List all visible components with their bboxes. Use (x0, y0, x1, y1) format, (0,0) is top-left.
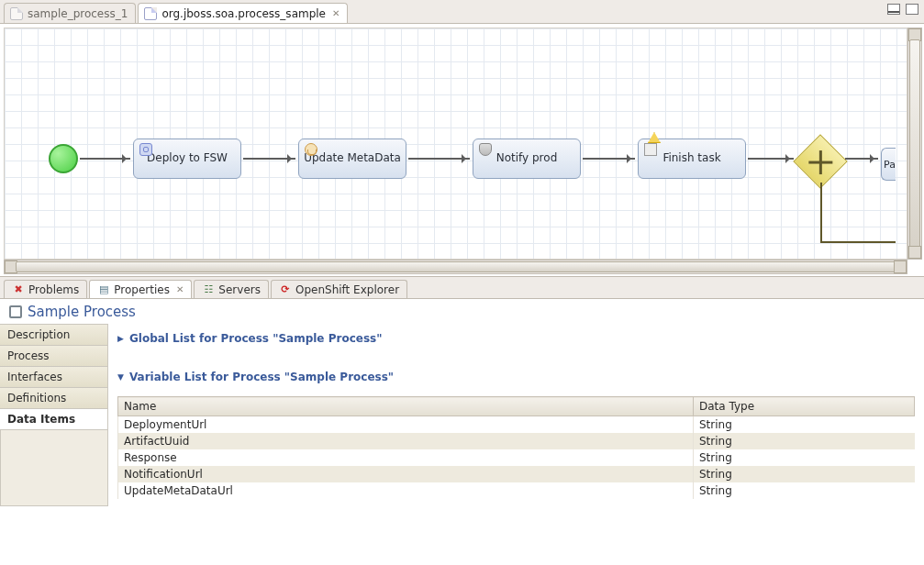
sequence-flow[interactable] (583, 158, 635, 160)
task-label: Notify prod (496, 152, 558, 165)
sequence-flow[interactable] (820, 183, 822, 243)
properties-icon: ▤ (97, 283, 110, 296)
table-row[interactable]: NotificationUrlString (118, 466, 915, 482)
sidebar-item-data-items[interactable]: Data Items (0, 408, 108, 430)
editor-tabbar: sample_process_1 org.jboss.soa.process_s… (0, 0, 924, 24)
editor-tab-label: org.jboss.soa.process_sample (161, 7, 326, 20)
sequence-flow[interactable] (80, 158, 130, 160)
user-task-icon (305, 143, 317, 156)
view-tab-servers[interactable]: ☷ Servers (194, 280, 269, 298)
sidebar-item-interfaces[interactable]: Interfaces (0, 366, 108, 388)
sequence-flow[interactable] (408, 158, 470, 160)
cell-name: DeploymentUrl (118, 416, 694, 434)
cell-type: String (694, 466, 915, 482)
warning-icon (648, 132, 661, 143)
editor-window-controls (887, 4, 918, 15)
properties-main-panel: Global List for Process "Sample Process"… (108, 325, 924, 506)
column-header-type[interactable]: Data Type (694, 397, 915, 416)
view-tab-label: Problems (28, 283, 79, 296)
bottom-view-tabbar: ✖ Problems ▤ Properties ✕ ☷ Servers ⟳ Op… (0, 277, 924, 299)
task-label: Update MetaData (304, 152, 401, 165)
close-icon[interactable]: ✕ (176, 284, 184, 294)
sidebar-filler (0, 430, 108, 506)
view-tab-problems[interactable]: ✖ Problems (4, 280, 87, 298)
task-label: Pas (884, 159, 896, 171)
task-label: Deploy to FSW (147, 152, 228, 165)
service-task-icon (139, 143, 152, 156)
maximize-button[interactable] (906, 4, 918, 15)
cell-name: Response (118, 449, 694, 466)
sidebar-item-label: Interfaces (7, 371, 62, 383)
table-row[interactable]: ArtifactUuidString (118, 433, 915, 449)
start-event[interactable] (49, 144, 78, 173)
view-tab-properties[interactable]: ▤ Properties ✕ (89, 280, 192, 298)
column-header-label: Name (124, 400, 156, 413)
table-row[interactable]: UpdateMetaDataUrlString (118, 482, 915, 499)
bpmn-canvas-area: Deploy to FSW Update MetaData Notify pro… (0, 24, 924, 277)
switch-task-icon (644, 143, 657, 156)
disclosure-triangle-icon (117, 372, 124, 382)
view-tab-label: Servers (218, 283, 261, 296)
task-deploy-to-fsw[interactable]: Deploy to FSW (133, 138, 241, 179)
column-header-label: Data Type (699, 400, 754, 413)
scroll-thumb[interactable] (16, 261, 896, 272)
cell-type: String (694, 449, 915, 466)
properties-body: Description Process Interfaces Definitio… (0, 325, 924, 506)
task-notify-prod[interactable]: Notify prod (473, 138, 581, 179)
disclosure-triangle-icon (117, 334, 124, 343)
table-row[interactable]: ResponseString (118, 449, 915, 466)
servers-icon: ☷ (202, 283, 215, 296)
view-tab-label: Properties (114, 283, 170, 296)
task-partial[interactable]: Pas (881, 148, 896, 181)
sequence-flow[interactable] (243, 158, 295, 160)
scroll-thumb[interactable] (909, 39, 920, 248)
section-variable-list[interactable]: Variable List for Process "Sample Proces… (117, 371, 915, 383)
cell-type: String (694, 482, 915, 499)
properties-title-bar: Sample Process (0, 299, 924, 325)
openshift-icon: ⟳ (279, 283, 292, 296)
section-title: Global List for Process "Sample Process" (129, 332, 383, 345)
sequence-flow[interactable] (748, 158, 794, 160)
task-finish-task[interactable]: Finish task (638, 138, 746, 179)
properties-title: Sample Process (28, 304, 136, 320)
table-row[interactable]: DeploymentUrlString (118, 416, 915, 434)
sidebar-item-definitions[interactable]: Definitions (0, 387, 108, 409)
cell-name: ArtifactUuid (118, 433, 694, 449)
task-update-metadata[interactable]: Update MetaData (298, 138, 406, 179)
cell-name: UpdateMetaDataUrl (118, 482, 694, 499)
sidebar-item-process[interactable]: Process (0, 345, 108, 367)
close-icon[interactable]: ✕ (332, 8, 340, 18)
scroll-down-button[interactable] (908, 246, 921, 259)
view-tab-openshift[interactable]: ⟳ OpenShift Explorer (271, 280, 407, 298)
sidebar-item-label: Process (7, 349, 50, 362)
column-header-name[interactable]: Name (118, 397, 694, 416)
section-global-list[interactable]: Global List for Process "Sample Process" (117, 332, 915, 345)
cell-type: String (694, 433, 915, 449)
process-icon (9, 305, 22, 318)
vertical-scrollbar[interactable] (907, 28, 922, 260)
task-label: Finish task (662, 152, 720, 165)
minimize-button[interactable] (887, 4, 900, 15)
file-icon (10, 7, 23, 20)
cell-type: String (694, 416, 915, 434)
variable-table: Name Data Type DeploymentUrlStringArtifa… (117, 396, 915, 499)
section-title: Variable List for Process "Sample Proces… (129, 371, 394, 383)
file-icon (144, 7, 157, 20)
editor-tab-label: sample_process_1 (28, 7, 128, 20)
properties-sidebar: Description Process Interfaces Definitio… (0, 325, 108, 506)
sidebar-item-label: Description (7, 328, 70, 341)
exclusive-gateway[interactable] (793, 134, 847, 188)
db-task-icon (479, 143, 492, 156)
sequence-flow[interactable] (845, 158, 878, 160)
horizontal-scrollbar[interactable] (4, 260, 907, 274)
sidebar-item-label: Data Items (7, 413, 75, 426)
sequence-flow[interactable] (820, 241, 896, 243)
scroll-right-button[interactable] (894, 260, 907, 273)
sidebar-item-description[interactable]: Description (0, 324, 108, 346)
editor-tab-sample-process-1[interactable]: sample_process_1 (4, 3, 136, 23)
bpmn-canvas[interactable]: Deploy to FSW Update MetaData Notify pro… (4, 28, 907, 260)
view-tab-label: OpenShift Explorer (295, 283, 399, 296)
problems-icon: ✖ (12, 283, 25, 296)
cell-name: NotificationUrl (118, 466, 694, 482)
editor-tab-process-sample[interactable]: org.jboss.soa.process_sample ✕ (138, 3, 348, 23)
